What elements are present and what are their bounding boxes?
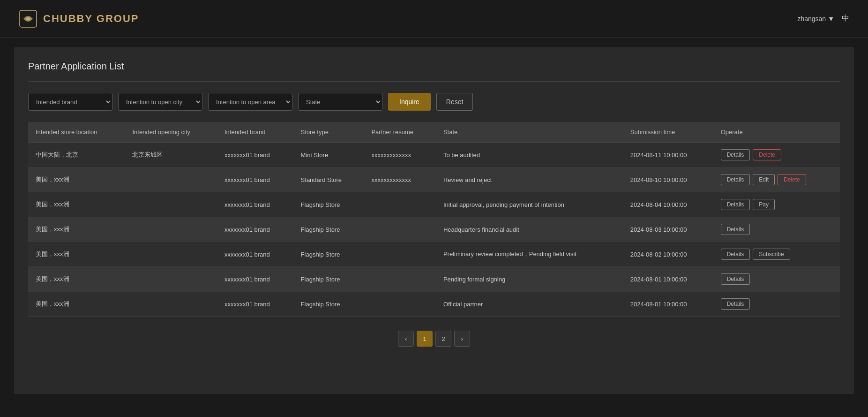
table-cell-0: 美国，xxx洲 <box>28 292 125 317</box>
subscribe-button[interactable]: Subscribe <box>753 249 790 260</box>
table-cell-6: 2024-08-10 10:00:00 <box>623 167 713 192</box>
table-cell-5: Review and reject <box>436 167 623 192</box>
intended-brand-select[interactable]: Intended brand <box>28 93 112 111</box>
table-row: 中国大陆，北京北京东城区xxxxxxx01 brandMini Storexxx… <box>28 143 840 167</box>
table-cell-3: Flagship Store <box>293 292 364 317</box>
table-cell-1 <box>125 292 217 317</box>
dropdown-arrow-icon: ▼ <box>828 15 834 23</box>
table-body: 中国大陆，北京北京东城区xxxxxxx01 brandMini Storexxx… <box>28 143 840 317</box>
table-cell-5: Pending formal signing <box>436 267 623 292</box>
table-cell-2: xxxxxxx01 brand <box>217 192 293 217</box>
table-cell-6: 2024-08-11 10:00:00 <box>623 143 713 167</box>
main-wrapper: Partner Application List Intended brand … <box>14 47 854 394</box>
edit-button[interactable]: Edit <box>753 174 775 185</box>
table-row: 美国，xxx洲xxxxxxx01 brandFlagship StoreHead… <box>28 217 840 242</box>
table-cell-2: xxxxxxx01 brand <box>217 292 293 317</box>
details-button[interactable]: Details <box>721 224 750 235</box>
table-cell-4 <box>364 192 436 217</box>
details-button[interactable]: Details <box>721 273 750 285</box>
table-cell-6: 2024-08-01 10:00:00 <box>623 292 713 317</box>
inquire-button[interactable]: Inquire <box>388 93 431 111</box>
username-label: zhangsan <box>797 15 826 23</box>
col-state: State <box>436 122 623 143</box>
col-resume: Partner resume <box>364 122 436 143</box>
table-cell-4: xxxxxxxxxxxxx <box>364 143 436 167</box>
table-cell-1 <box>125 217 217 242</box>
operate-cell: Details <box>713 217 840 242</box>
details-button[interactable]: Details <box>721 174 750 185</box>
table-cell-0: 中国大陆，北京 <box>28 143 125 167</box>
lang-button[interactable]: 中 <box>842 14 849 23</box>
table-row: 美国，xxx洲xxxxxxx01 brandStandard Storexxxx… <box>28 167 840 192</box>
logo-area: CHUBBY GROUP <box>19 9 139 28</box>
operate-cell: DetailsSubscribe <box>713 242 840 267</box>
table-cell-3: Flagship Store <box>293 217 364 242</box>
details-button[interactable]: Details <box>721 199 750 210</box>
reset-button[interactable]: Reset <box>436 93 473 111</box>
table-cell-3: Flagship Store <box>293 192 364 217</box>
table-cell-4 <box>364 267 436 292</box>
table-cell-6: 2024-08-02 10:00:00 <box>623 242 713 267</box>
details-button[interactable]: Details <box>721 149 750 160</box>
col-store-type: Store type <box>293 122 364 143</box>
table-cell-2: xxxxxxx01 brand <box>217 267 293 292</box>
pagination-next-button[interactable]: › <box>454 331 470 347</box>
table-cell-4 <box>364 292 436 317</box>
table-row: 美国，xxx洲xxxxxxx01 brandFlagship StorePrel… <box>28 242 840 267</box>
table-cell-1 <box>125 267 217 292</box>
table-cell-2: xxxxxxx01 brand <box>217 217 293 242</box>
intention-city-select[interactable]: Intention to open city <box>118 93 202 111</box>
details-button[interactable]: Details <box>721 249 750 260</box>
col-location: Intended store location <box>28 122 125 143</box>
divider <box>28 81 840 82</box>
table-cell-4 <box>364 217 436 242</box>
header-right: zhangsan ▼ 中 <box>797 14 849 23</box>
table-cell-5: Official partner <box>436 292 623 317</box>
intention-area-select[interactable]: Intention to open area <box>208 93 292 111</box>
col-submission-time: Submission time <box>623 122 713 143</box>
pay-button[interactable]: Pay <box>753 199 775 210</box>
table-cell-1 <box>125 192 217 217</box>
col-brand: Intended brand <box>217 122 293 143</box>
col-operate: Operate <box>713 122 840 143</box>
operate-buttons: Details <box>721 298 832 310</box>
user-dropdown[interactable]: zhangsan ▼ <box>797 15 834 23</box>
table-cell-0: 美国，xxx洲 <box>28 242 125 267</box>
table-cell-0: 美国，xxx洲 <box>28 167 125 192</box>
table-cell-1: 北京东城区 <box>125 143 217 167</box>
header: CHUBBY GROUP zhangsan ▼ 中 <box>0 0 868 38</box>
table-cell-3: Standard Store <box>293 167 364 192</box>
pagination-prev-button[interactable]: ‹ <box>398 331 414 347</box>
table-cell-4: xxxxxxxxxxxxx <box>364 167 436 192</box>
table-header: Intended store location Intended opening… <box>28 122 840 143</box>
table-cell-5: Preliminary review completed，Pending fie… <box>436 242 623 267</box>
table-cell-3: Flagship Store <box>293 242 364 267</box>
operate-cell: DetailsPay <box>713 192 840 217</box>
operate-buttons: DetailsDelete <box>721 149 832 160</box>
table-cell-5: To be audited <box>436 143 623 167</box>
data-table: Intended store location Intended opening… <box>28 122 840 317</box>
operate-buttons: Details <box>721 273 832 285</box>
pagination-page-1-button[interactable]: 1 <box>417 331 433 347</box>
table-row: 美国，xxx洲xxxxxxx01 brandFlagship StorePend… <box>28 267 840 292</box>
details-button[interactable]: Details <box>721 298 750 310</box>
state-select[interactable]: State <box>298 93 382 111</box>
logo-icon <box>19 9 37 28</box>
operate-buttons: DetailsEditDelete <box>721 174 832 185</box>
delete-button[interactable]: Delete <box>778 174 806 185</box>
operate-buttons: Details <box>721 224 832 235</box>
table-cell-0: 美国，xxx洲 <box>28 192 125 217</box>
table-cell-5: Initial approval, pending payment of int… <box>436 192 623 217</box>
table-cell-1 <box>125 242 217 267</box>
delete-button[interactable]: Delete <box>753 149 781 160</box>
logo-text: CHUBBY GROUP <box>43 13 139 25</box>
table-cell-1 <box>125 167 217 192</box>
operate-buttons: DetailsSubscribe <box>721 249 832 260</box>
pagination: ‹ 1 2 › <box>28 331 840 347</box>
pagination-page-2-button[interactable]: 2 <box>435 331 451 347</box>
table-cell-3: Mini Store <box>293 143 364 167</box>
table-cell-2: xxxxxxx01 brand <box>217 143 293 167</box>
table-cell-4 <box>364 242 436 267</box>
table-row: 美国，xxx洲xxxxxxx01 brandFlagship StoreOffi… <box>28 292 840 317</box>
page-title: Partner Application List <box>28 61 840 72</box>
